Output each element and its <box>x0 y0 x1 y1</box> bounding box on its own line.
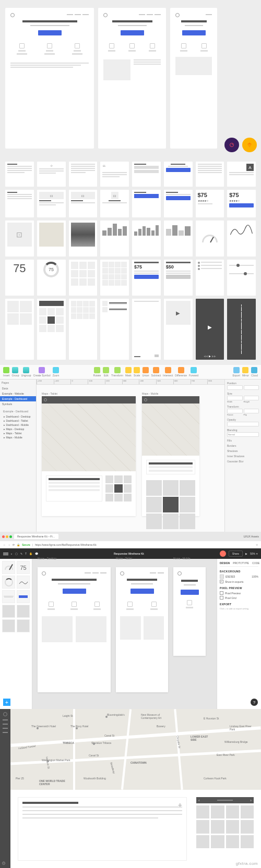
figma-canvas[interactable]: Home - Desktop Home - Tablet <box>32 559 217 709</box>
button[interactable] <box>166 168 191 172</box>
forward-icon[interactable]: → <box>8 543 10 546</box>
tool-group[interactable]: Group <box>12 367 19 377</box>
checkbox[interactable] <box>220 591 223 595</box>
page-item[interactable]: Symbols <box>0 401 36 407</box>
asset-thumb[interactable] <box>2 561 15 574</box>
frame-label[interactable]: Home - Desktop <box>38 557 111 560</box>
menu-icon[interactable] <box>3 551 8 556</box>
layer-item[interactable]: ▸ Dashboard - Desktop <box>2 414 34 419</box>
asset-thumb[interactable]: 75 <box>17 561 30 574</box>
next-icon[interactable]: › <box>250 798 252 803</box>
page-item[interactable]: Example - Website <box>0 391 36 396</box>
asset-thumb[interactable] <box>2 576 15 589</box>
tool-mask[interactable]: Mask <box>125 367 132 377</box>
nav-item[interactable] <box>3 724 8 725</box>
prop-section[interactable]: Borders <box>227 444 259 447</box>
tab-design[interactable]: DESIGN <box>220 561 230 565</box>
thumb[interactable] <box>211 805 224 818</box>
reload-icon[interactable]: ⟳ <box>13 543 15 546</box>
tab-prototype[interactable]: PROTOTYPE <box>233 561 249 565</box>
add-button[interactable]: + <box>3 699 10 706</box>
layer-item[interactable]: ▸ Dashboard - Mobile <box>2 423 34 427</box>
thumb[interactable] <box>196 805 209 818</box>
frame-desktop[interactable] <box>38 567 111 692</box>
asset-thumb[interactable] <box>2 605 15 618</box>
layer-item[interactable]: ▸ Maps - Desktop <box>2 427 34 431</box>
browser-tab[interactable]: Responsive Wireframe Kit – Fi… <box>14 534 58 539</box>
star-icon[interactable]: ☆ <box>256 543 258 546</box>
button[interactable] <box>134 275 159 279</box>
button[interactable] <box>229 203 254 207</box>
cta-button[interactable] <box>38 30 62 35</box>
cta-button[interactable] <box>130 589 154 594</box>
input-rotate[interactable] <box>227 409 243 413</box>
comment-tool-icon[interactable]: 💬 <box>35 552 38 555</box>
page-item[interactable]: Docs <box>0 386 36 391</box>
asset-thumb[interactable] <box>2 619 15 632</box>
tool-cloud[interactable]: Cloud <box>251 367 258 377</box>
tool-intersect[interactable]: Intersect <box>163 367 173 377</box>
tool-symbol[interactable]: Create Symbol <box>33 367 51 377</box>
tool-insert[interactable]: Insert <box>3 367 10 377</box>
thumb[interactable] <box>226 805 239 818</box>
artboard-tablet[interactable] <box>42 396 136 516</box>
thumb[interactable] <box>241 835 254 848</box>
asset-thumb[interactable] <box>17 619 30 632</box>
frame-label[interactable]: Home - Tablet <box>116 557 168 560</box>
prop-section[interactable]: Fills <box>227 439 259 442</box>
nav-item[interactable] <box>3 719 8 720</box>
input-flip[interactable] <box>244 409 259 413</box>
page-item-selected[interactable]: Example - Dashboard <box>0 396 36 401</box>
checkbox[interactable] <box>220 596 223 600</box>
help-button[interactable]: ? <box>251 699 258 706</box>
tab-code[interactable]: CODE <box>252 561 259 565</box>
map-canvas[interactable]: Laight St Canal St Bowery Canal St E Hou… <box>10 709 261 790</box>
tool-ungroup[interactable]: Ungroup <box>21 367 31 377</box>
thumb[interactable] <box>241 820 254 833</box>
input-x[interactable] <box>227 385 243 390</box>
input-w[interactable] <box>227 396 243 400</box>
thumb[interactable] <box>241 805 254 818</box>
frame-tablet[interactable] <box>116 567 168 692</box>
share-button[interactable]: Share <box>229 551 243 557</box>
nav-item[interactable] <box>3 728 8 729</box>
sketch-canvas[interactable]: -200-1000100200300400500600700800 Maps -… <box>37 380 224 532</box>
slider-opacity[interactable] <box>227 422 259 426</box>
present-icon[interactable]: ▶ <box>245 552 247 555</box>
move-tool-icon[interactable]: ▹ <box>11 552 13 555</box>
avatar[interactable] <box>220 551 226 557</box>
tool-export[interactable]: Export <box>232 367 240 377</box>
frame-tool-icon[interactable]: ▢ <box>15 552 18 555</box>
tool-scale[interactable]: Scale <box>134 367 140 377</box>
prop-section[interactable]: Shadows <box>227 449 259 453</box>
button[interactable] <box>166 196 191 200</box>
checkbox[interactable] <box>220 580 223 583</box>
tool-forward[interactable]: Forward <box>189 367 198 377</box>
input-y[interactable] <box>244 385 259 390</box>
tool-zoom[interactable]: Zoom <box>53 367 60 377</box>
opacity-value[interactable]: 100% <box>252 575 258 578</box>
asset-thumb[interactable] <box>17 590 30 603</box>
tool-difference[interactable]: Difference <box>175 367 187 377</box>
frame-label[interactable]: Home - Mobile <box>173 557 206 560</box>
prop-section[interactable]: Gaussian Blur <box>227 460 259 463</box>
tool-rotate[interactable]: Rotate <box>93 367 101 377</box>
input-h[interactable] <box>244 396 259 400</box>
url-text[interactable]: https://www.figma.com/file/Responsive-Wi… <box>35 543 97 546</box>
layer-item[interactable]: ▸ Maps - Mobile <box>2 435 34 439</box>
plus-icon[interactable]: + <box>178 801 182 809</box>
text-tool-icon[interactable]: T <box>25 552 27 555</box>
prev-icon[interactable]: ‹ <box>198 798 200 803</box>
thumb[interactable] <box>196 835 209 848</box>
asset-thumb[interactable] <box>17 605 30 618</box>
gear-icon[interactable]: ⚙ <box>2 861 6 866</box>
tool-transform[interactable]: Transform <box>111 367 123 377</box>
thumb[interactable] <box>211 835 224 848</box>
tool-mirror[interactable]: Mirror <box>242 367 249 377</box>
nav-item[interactable] <box>3 732 8 733</box>
tool-edit[interactable]: Edit <box>103 367 109 377</box>
cta-button[interactable] <box>181 590 199 595</box>
back-icon[interactable]: ← <box>3 543 6 546</box>
thumb[interactable] <box>226 820 239 833</box>
frame-mobile[interactable] <box>173 567 206 656</box>
